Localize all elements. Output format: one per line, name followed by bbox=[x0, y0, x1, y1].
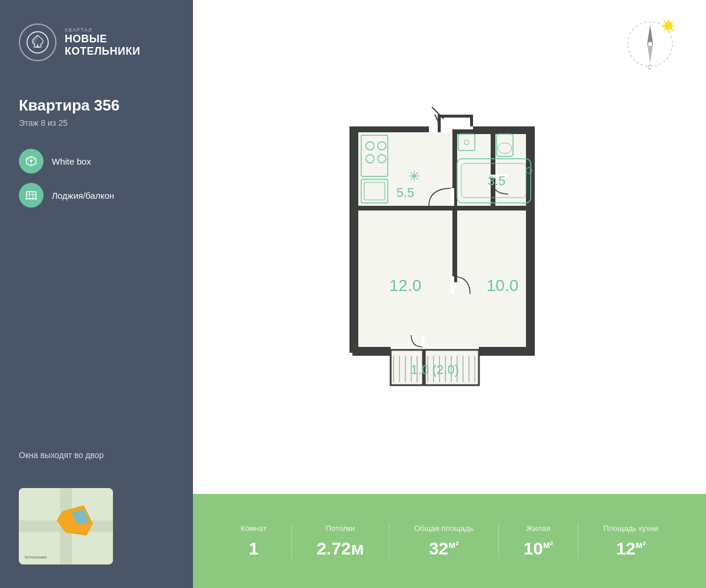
svg-point-27 bbox=[648, 42, 652, 46]
feature-whitebox: White box bbox=[19, 149, 174, 173]
stat-rooms: Комнат 1 bbox=[241, 524, 267, 559]
ceiling-label: Потолки bbox=[326, 524, 355, 533]
svg-text:5.5: 5.5 bbox=[397, 185, 415, 200]
living-value: 10м² bbox=[524, 539, 554, 559]
balcony-icon bbox=[19, 183, 44, 208]
rooms-value: 1 bbox=[249, 539, 259, 559]
svg-text:✳: ✳ bbox=[408, 168, 420, 184]
logo-area: КВАРТАЛ НОВЫЕ КОТЕЛЬНИКИ bbox=[19, 24, 174, 61]
svg-rect-36 bbox=[429, 126, 438, 132]
stat-kitchen: Площадь кухни 12м² bbox=[603, 524, 658, 559]
apartment-title: Квартира 356 bbox=[19, 96, 174, 115]
stat-total: Общая площадь 32м² bbox=[414, 524, 473, 559]
divider-3 bbox=[498, 523, 499, 559]
divider-4 bbox=[578, 523, 578, 559]
floor-plan-area: С bbox=[193, 0, 706, 494]
balcony-label: Лоджия/балкон bbox=[52, 191, 114, 201]
logo-subtitle: КВАРТАЛ bbox=[65, 27, 140, 33]
svg-point-3 bbox=[30, 160, 32, 162]
logo-title: НОВЫЕ КОТЕЛЬНИКИ bbox=[65, 33, 140, 57]
sidebar: КВАРТАЛ НОВЫЕ КОТЕЛЬНИКИ Квартира 356 Эт… bbox=[0, 0, 193, 588]
living-label: Жилая bbox=[526, 524, 550, 533]
stat-ceiling: Потолки 2.72м bbox=[317, 524, 364, 559]
whitebox-icon bbox=[19, 149, 44, 173]
total-label: Общая площадь bbox=[414, 524, 473, 533]
stats-bar: Комнат 1 Потолки 2.72м Общая площадь 32м… bbox=[193, 494, 706, 588]
main-content: С bbox=[193, 0, 706, 588]
kitchen-label: Площадь кухни bbox=[603, 524, 658, 533]
windows-info: Окна выходят во двор bbox=[19, 450, 174, 469]
compass: С bbox=[624, 18, 677, 71]
svg-line-23 bbox=[671, 21, 673, 23]
svg-text:12.0: 12.0 bbox=[389, 276, 422, 295]
divider-1 bbox=[291, 523, 292, 559]
svg-rect-31 bbox=[349, 129, 355, 353]
mini-map: Котельники bbox=[19, 488, 113, 564]
rooms-label: Комнат bbox=[241, 524, 267, 533]
svg-line-22 bbox=[671, 29, 673, 31]
svg-text:10.0: 10.0 bbox=[487, 276, 519, 295]
svg-rect-41 bbox=[491, 129, 495, 209]
svg-line-24 bbox=[664, 29, 665, 31]
svg-point-16 bbox=[664, 22, 672, 30]
whitebox-label: White box bbox=[52, 156, 91, 166]
svg-text:Котельники: Котельники bbox=[25, 555, 46, 559]
ceiling-value: 2.72м bbox=[317, 539, 364, 559]
svg-text:С: С bbox=[648, 64, 652, 71]
svg-rect-39 bbox=[349, 206, 531, 211]
floor-plan-svg: ✳ 5.5 3.5 12.0 10.0 1.0 (2.0) bbox=[279, 82, 620, 412]
total-value: 32м² bbox=[429, 539, 459, 559]
svg-line-21 bbox=[664, 21, 665, 23]
stat-living: Жилая 10м² bbox=[524, 524, 554, 559]
divider-2 bbox=[389, 523, 389, 559]
kitchen-value: 12м² bbox=[616, 539, 646, 559]
logo-tree-icon bbox=[26, 31, 49, 54]
logo-text: КВАРТАЛ НОВЫЕ КОТЕЛЬНИКИ bbox=[65, 27, 140, 57]
svg-text:3.5: 3.5 bbox=[488, 173, 506, 188]
logo-circle bbox=[19, 24, 56, 61]
svg-rect-4 bbox=[26, 192, 36, 199]
feature-balcony: Лоджия/балкон bbox=[19, 183, 174, 208]
svg-text:1.0 (2.0): 1.0 (2.0) bbox=[411, 362, 459, 377]
apartment-floor: Этаж 8 из 25 bbox=[19, 118, 174, 128]
